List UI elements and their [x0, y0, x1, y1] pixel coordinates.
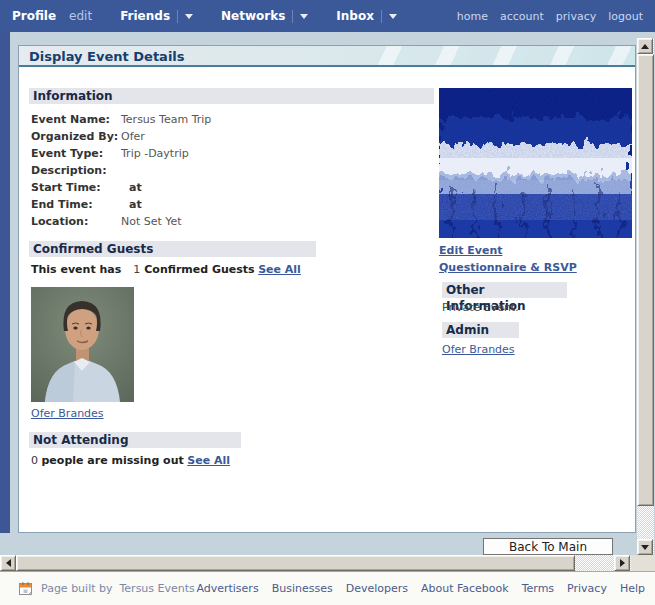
nav-privacy[interactable]: privacy	[556, 10, 596, 23]
information-section-header: Information	[29, 88, 434, 104]
info-value: at	[121, 179, 142, 196]
nav-inbox-label: Inbox	[336, 9, 374, 23]
guest-block: Ofer Brandes	[29, 287, 435, 421]
canvas-region: Display Event Details Information Event …	[0, 32, 655, 571]
info-row-location: Location: Not Set Yet	[29, 213, 435, 230]
vertical-scrollbar[interactable]	[637, 38, 654, 555]
scroll-down-button[interactable]	[637, 539, 653, 555]
nav-networks-label: Networks	[221, 9, 285, 23]
info-value: Tersus Team Trip	[121, 111, 211, 128]
other-information-section-header: Other Information	[442, 282, 567, 298]
nav-friends[interactable]: Friends	[120, 9, 193, 23]
info-value: Trip -Daytrip	[121, 145, 189, 162]
information-table: Event Name: Tersus Team Trip Organized B…	[29, 111, 435, 230]
panel-body: Information Event Name: Tersus Team Trip…	[19, 67, 635, 532]
guest-name-link[interactable]: Ofer Brandes	[31, 407, 104, 420]
left-column: Information Event Name: Tersus Team Trip…	[29, 88, 435, 469]
scroll-up-button[interactable]	[637, 38, 653, 54]
info-label: Event Type:	[29, 145, 121, 162]
footer: Page built by Tersus Events Advertisers …	[0, 571, 655, 605]
info-value: Ofer	[121, 128, 145, 145]
scrollbar-corner	[631, 555, 655, 571]
admin-user-link[interactable]: Ofer Brandes	[442, 343, 515, 356]
info-row-end-time: End Time: at	[29, 196, 435, 213]
page-title: Display Event Details	[19, 46, 635, 67]
nav-profile-edit[interactable]: edit	[69, 9, 92, 23]
not-attending-summary: 0 people are missing out See All	[29, 453, 435, 469]
page-title-text: Display Event Details	[29, 49, 185, 64]
nav-networks[interactable]: Networks	[221, 9, 308, 23]
info-row-event-type: Event Type: Trip -Daytrip	[29, 145, 435, 162]
nav-right: home account privacy logout	[457, 10, 643, 23]
app-window: Profile edit Friends Networks Inbox home…	[0, 0, 655, 605]
nav-separator	[292, 10, 293, 23]
nav-logout[interactable]: logout	[608, 10, 643, 23]
scroll-left-button[interactable]	[0, 555, 16, 571]
nav-left: Profile edit Friends Networks Inbox	[12, 9, 397, 23]
info-row-event-name: Event Name: Tersus Team Trip	[29, 111, 435, 128]
info-value: at	[121, 196, 142, 213]
not-attending-count: 0	[31, 454, 38, 467]
info-label: Location:	[29, 213, 121, 230]
see-all-confirmed-link[interactable]: See All	[258, 263, 301, 276]
nav-account[interactable]: account	[500, 10, 544, 23]
see-all-not-attending-link[interactable]: See All	[187, 454, 230, 467]
footer-link-developers[interactable]: Developers	[346, 582, 408, 595]
dropdown-arrow-icon[interactable]	[389, 14, 397, 19]
nav-home[interactable]: home	[457, 10, 488, 23]
info-label: Event Name:	[29, 111, 121, 128]
footer-left: Page built by Tersus Events	[18, 581, 195, 597]
footer-links: Advertisers Businesses Developers About …	[196, 582, 645, 595]
horizontal-scrollbar[interactable]	[0, 555, 631, 571]
guest-photo[interactable]	[31, 287, 134, 402]
footer-link-privacy[interactable]: Privacy	[567, 582, 607, 595]
confirmed-count: 1	[133, 263, 140, 276]
info-label: Organized By:	[29, 128, 121, 145]
vertical-scrollbar-thumb[interactable]	[637, 54, 654, 506]
privacy-status-text: Private Event.	[442, 300, 635, 316]
dropdown-arrow-icon[interactable]	[300, 14, 308, 19]
confirmed-guests-section-header: Confirmed Guests	[29, 241, 316, 257]
info-value: Not Set Yet	[121, 213, 182, 230]
left-edge-strip	[0, 32, 10, 533]
edit-event-link[interactable]: Edit Event	[439, 242, 635, 259]
triangle-right-icon	[620, 559, 625, 567]
back-to-main-button[interactable]: Back To Main	[483, 538, 613, 555]
nav-separator	[381, 10, 382, 23]
nav-inbox[interactable]: Inbox	[336, 9, 397, 23]
admin-section-header: Admin	[442, 322, 519, 338]
not-attending-section-header: Not Attending	[29, 432, 241, 448]
footer-link-advertisers[interactable]: Advertisers	[196, 582, 258, 595]
questionnaire-rsvp-link[interactable]: Questionnaire & RSVP	[439, 259, 635, 276]
nav-separator	[177, 10, 178, 23]
footer-link-help[interactable]: Help	[620, 582, 645, 595]
nav-profile[interactable]: Profile	[12, 9, 56, 23]
summary-prefix: This event has	[31, 263, 121, 276]
triangle-down-icon	[641, 545, 649, 550]
info-label: Start Time:	[29, 179, 121, 196]
event-details-panel: Display Event Details Information Event …	[18, 45, 636, 533]
info-row-start-time: Start Time: at	[29, 179, 435, 196]
horizontal-scrollbar-thumb[interactable]	[16, 555, 575, 571]
footer-link-terms[interactable]: Terms	[522, 582, 554, 595]
info-row-description: Description:	[29, 162, 435, 179]
built-by-text: Page built by	[41, 582, 113, 595]
info-label: Description:	[29, 162, 121, 179]
calendar-icon	[18, 581, 34, 597]
top-nav: Profile edit Friends Networks Inbox home…	[0, 0, 655, 32]
event-actions: Edit Event Questionnaire & RSVP	[439, 242, 635, 276]
scroll-right-button[interactable]	[614, 555, 630, 571]
right-column: Edit Event Questionnaire & RSVP Other In…	[439, 88, 635, 357]
dropdown-arrow-icon[interactable]	[185, 14, 193, 19]
footer-link-about-facebook[interactable]: About Facebook	[421, 582, 509, 595]
info-label: End Time:	[29, 196, 121, 213]
confirmed-guests-summary: This event has1Confirmed Guests See All	[29, 262, 435, 278]
triangle-up-icon	[641, 44, 649, 49]
app-name-link[interactable]: Tersus Events	[120, 582, 195, 595]
summary-suffix: Confirmed Guests	[144, 263, 254, 276]
footer-link-businesses[interactable]: Businesses	[272, 582, 333, 595]
not-attending-text: people are missing out	[42, 454, 184, 467]
nav-friends-label: Friends	[120, 9, 170, 23]
triangle-left-icon	[6, 559, 11, 567]
info-row-organized-by: Organized By: Ofer	[29, 128, 435, 145]
